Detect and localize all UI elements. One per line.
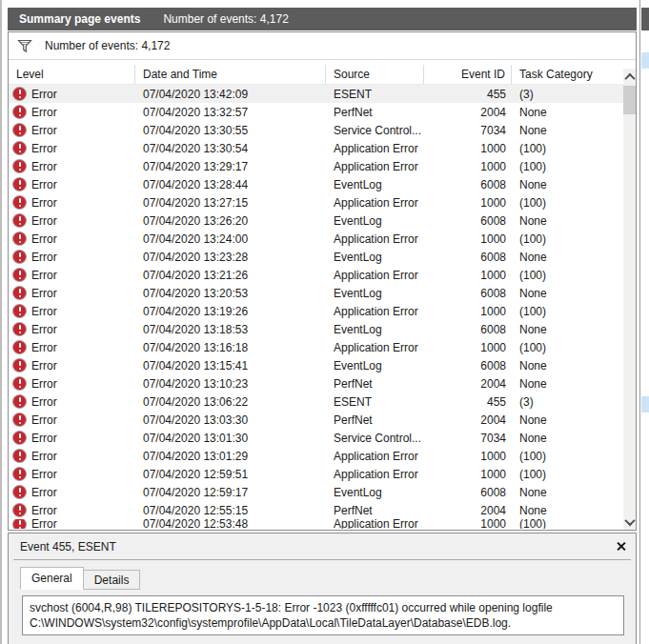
- source-cell: PerfNet: [326, 413, 424, 427]
- table-row[interactable]: Error 07/04/2020 13:42:09 ESENT 455 (3): [9, 85, 623, 103]
- task-category-cell: (100): [512, 450, 623, 463]
- level-label: Error: [31, 178, 57, 191]
- tab-general[interactable]: General: [20, 567, 84, 590]
- table-row[interactable]: Error 07/04/2020 13:03:30 PerfNet 2004 N…: [9, 411, 623, 429]
- level-cell: Error: [9, 286, 135, 300]
- table-row[interactable]: Error 07/04/2020 13:23:28 EventLog 6008 …: [9, 248, 623, 266]
- table-row[interactable]: Error 07/04/2020 13:15:41 EventLog 6008 …: [9, 356, 623, 374]
- source-cell: EventLog: [326, 251, 424, 264]
- table-row[interactable]: Error 07/04/2020 12:53:48 Application Er…: [9, 519, 623, 529]
- event-id-cell: 1000: [424, 468, 512, 481]
- error-level-icon: [12, 141, 27, 155]
- table-row[interactable]: Error 07/04/2020 13:06:22 ESENT 455 (3): [9, 392, 623, 411]
- preview-separator: [13, 559, 631, 560]
- level-cell: Error: [9, 123, 135, 137]
- error-level-icon: [12, 304, 27, 318]
- error-level-icon: [12, 286, 27, 300]
- date-time-cell: 07/04/2020 12:59:51: [135, 468, 326, 481]
- level-cell: Error: [9, 519, 135, 529]
- task-category-cell: None: [512, 432, 623, 445]
- event-id-cell: 2004: [424, 413, 512, 427]
- level-cell: Error: [9, 322, 135, 336]
- column-header-date-time[interactable]: Date and Time: [135, 65, 326, 84]
- table-row[interactable]: Error 07/04/2020 13:32:57 PerfNet 2004 N…: [9, 103, 623, 121]
- table-row[interactable]: Error 07/04/2020 13:20:53 EventLog 6008 …: [9, 284, 623, 302]
- event-id-cell: 6008: [424, 178, 512, 191]
- table-row[interactable]: Error 07/04/2020 13:01:29 Application Er…: [9, 447, 623, 465]
- scroll-down-button[interactable]: [623, 513, 636, 530]
- column-header-task-category[interactable]: Task Category: [512, 65, 623, 84]
- task-category-cell: (100): [512, 232, 623, 246]
- source-cell: Application Error: [326, 196, 424, 210]
- date-time-cell: 07/04/2020 13:30:55: [135, 124, 326, 137]
- table-row[interactable]: Error 07/04/2020 13:10:23 PerfNet 2004 N…: [9, 374, 623, 392]
- table-row[interactable]: Error 07/04/2020 13:16:18 Application Er…: [9, 338, 623, 356]
- error-level-icon: [12, 177, 27, 191]
- close-x-icon[interactable]: [616, 541, 626, 552]
- preview-tab-bar: General Details: [20, 567, 636, 590]
- event-description-box[interactable]: svchost (6004,R,98) TILEREPOSITORYS-1-5-…: [22, 595, 624, 635]
- level-cell: Error: [9, 394, 135, 409]
- table-header-row: Level Date and Time Source Event ID Task…: [9, 65, 623, 85]
- column-header-level[interactable]: Level: [9, 65, 135, 84]
- event-id-cell: 455: [424, 88, 512, 101]
- date-time-cell: 07/04/2020 13:10:23: [135, 377, 326, 391]
- table-row[interactable]: Error 07/04/2020 13:30:55 Service Contro…: [9, 121, 623, 139]
- source-cell: EventLog: [326, 359, 424, 372]
- event-id-cell: 1000: [424, 341, 512, 354]
- task-category-cell: (3): [512, 88, 623, 101]
- table-row[interactable]: Error 07/04/2020 13:01:30 Service Contro…: [9, 429, 623, 447]
- date-time-cell: 07/04/2020 13:01:29: [135, 450, 326, 463]
- table-row[interactable]: Error 07/04/2020 12:59:17 EventLog 6008 …: [9, 483, 623, 501]
- error-level-icon: [12, 105, 27, 119]
- actions-pane-item-fragment[interactable]: [641, 52, 649, 69]
- scrollbar-thumb[interactable]: [623, 86, 636, 114]
- table-row[interactable]: Error 07/04/2020 12:59:51 Application Er…: [9, 465, 623, 483]
- level-cell: Error: [9, 467, 135, 481]
- level-label: Error: [31, 395, 57, 409]
- chevron-up-icon: [624, 72, 635, 83]
- table-row[interactable]: Error 07/04/2020 13:24:00 Application Er…: [9, 230, 623, 248]
- event-id-cell: 1000: [424, 519, 512, 529]
- event-id-cell: 1000: [424, 160, 512, 173]
- table-row[interactable]: Error 07/04/2020 13:18:53 EventLog 6008 …: [9, 320, 623, 338]
- level-label: Error: [31, 468, 57, 481]
- level-cell: Error: [9, 195, 135, 210]
- event-id-cell: 6008: [424, 323, 512, 336]
- table-row[interactable]: Error 07/04/2020 13:19:26 Application Er…: [9, 302, 623, 320]
- error-level-icon: [12, 231, 27, 246]
- table-row[interactable]: Error 07/04/2020 12:55:15 PerfNet 2004 N…: [9, 501, 623, 519]
- column-header-event-id[interactable]: Event ID: [424, 65, 512, 84]
- table-row[interactable]: Error 07/04/2020 13:28:44 EventLog 6008 …: [9, 175, 623, 193]
- scroll-up-button[interactable]: [623, 69, 636, 85]
- level-label: Error: [31, 486, 57, 499]
- event-id-cell: 7034: [424, 124, 512, 137]
- date-time-cell: 07/04/2020 13:26:20: [135, 214, 326, 228]
- table-row[interactable]: Error 07/04/2020 13:30:54 Application Er…: [9, 139, 623, 157]
- event-id-cell: 1000: [424, 232, 512, 246]
- level-label: Error: [31, 305, 57, 318]
- source-cell: EventLog: [326, 178, 424, 191]
- column-header-source[interactable]: Source: [326, 65, 424, 84]
- tab-details[interactable]: Details: [84, 570, 141, 590]
- date-time-cell: 07/04/2020 12:55:15: [135, 504, 326, 517]
- table-row[interactable]: Error 07/04/2020 13:26:20 EventLog 6008 …: [9, 211, 623, 230]
- table-row[interactable]: Error 07/04/2020 13:27:15 Application Er…: [9, 193, 623, 211]
- error-level-icon: [12, 394, 27, 409]
- level-cell: Error: [9, 105, 135, 119]
- event-id-cell: 2004: [424, 504, 512, 517]
- vertical-scrollbar[interactable]: [623, 69, 636, 530]
- table-row[interactable]: Error 07/04/2020 13:21:26 Application Er…: [9, 266, 623, 284]
- event-id-cell: 1000: [424, 269, 512, 282]
- source-cell: Application Error: [326, 450, 424, 463]
- level-label: Error: [31, 232, 57, 246]
- table-row[interactable]: Error 07/04/2020 13:29:17 Application Er…: [9, 157, 623, 175]
- event-id-cell: 455: [424, 395, 512, 409]
- date-time-cell: 07/04/2020 13:15:41: [135, 359, 326, 372]
- source-cell: PerfNet: [326, 504, 424, 517]
- error-level-icon: [12, 413, 27, 427]
- level-label: Error: [31, 519, 57, 529]
- source-cell: PerfNet: [326, 106, 424, 119]
- task-category-cell: None: [512, 486, 623, 499]
- actions-pane-item-fragment[interactable]: [641, 396, 649, 413]
